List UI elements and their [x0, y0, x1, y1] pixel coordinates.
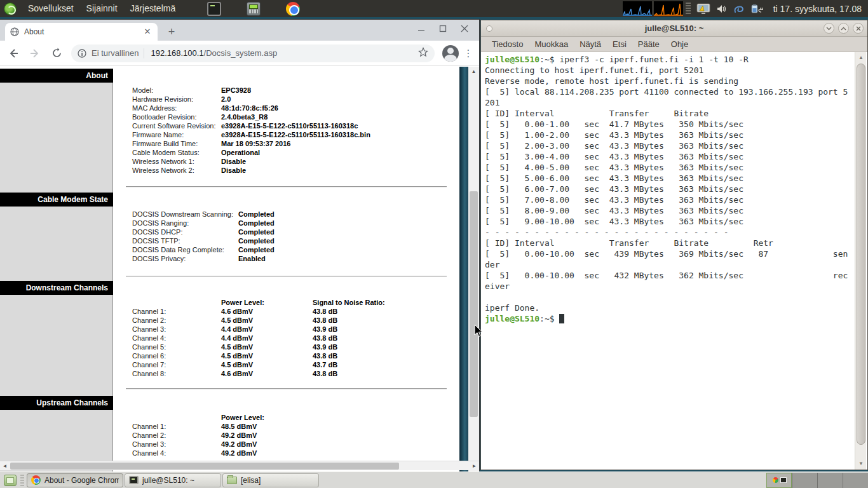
- taskbar-grip-handle[interactable]: [20, 475, 24, 486]
- scroll-right-icon[interactable]: ►: [470, 461, 479, 471]
- terminal-menu-3[interactable]: Etsi: [607, 39, 632, 49]
- terminal-menu-2[interactable]: Näytä: [574, 39, 607, 49]
- table-row: DOCSIS TFTP:Completed: [132, 236, 330, 245]
- task-button-0[interactable]: About - Google Chrome: [27, 473, 123, 487]
- terminal-scrollbar[interactable]: ▲ ▼: [855, 52, 866, 470]
- terminal-scroll-up-icon[interactable]: ▲: [855, 53, 867, 62]
- security-label[interactable]: Ei turvallinen: [92, 48, 139, 58]
- bluetooth-swirl-icon[interactable]: [733, 4, 745, 14]
- new-tab-button[interactable]: +: [164, 25, 179, 40]
- calculator-launcher-icon[interactable]: [247, 2, 261, 16]
- task-button-label: [elisa]: [241, 476, 261, 485]
- terminal-screen[interactable]: julle@SL510:~$ iperf3 -c iperf.funet.fi …: [481, 52, 867, 470]
- row-value: 43.8 dB: [313, 307, 404, 316]
- battery-plug-icon[interactable]: [751, 4, 765, 14]
- forward-icon[interactable]: [27, 45, 43, 62]
- table-row: Wireless Network 2:Disable: [132, 166, 313, 175]
- row-label: Channel 4:: [132, 334, 221, 342]
- profile-avatar[interactable]: [442, 45, 459, 62]
- terminal-titlebar[interactable]: julle@SL510: ~: [481, 20, 867, 37]
- reload-icon[interactable]: [48, 45, 65, 62]
- section-divider: [126, 388, 447, 390]
- modem-sidebar: AboutCable Modem StateDownstream Channel…: [0, 69, 113, 480]
- browser-menu-icon[interactable]: ⋮: [461, 45, 475, 62]
- workspace-4[interactable]: [843, 473, 868, 488]
- panel-grip-handle[interactable]: [686, 3, 691, 15]
- table-row: Hardware Revision:2.0: [132, 95, 313, 104]
- table-row: Firmware Name:e3928A-E15-5-E122-c5110r55…: [132, 130, 313, 139]
- column-header: Power Level:: [221, 298, 313, 307]
- volume-icon[interactable]: [717, 4, 727, 14]
- workspace-3[interactable]: [817, 473, 843, 488]
- display-warning-icon[interactable]: [696, 3, 710, 15]
- page-vertical-scrollbar[interactable]: ▲ ▼: [468, 67, 479, 480]
- workspace-chrome-mini-icon: [773, 477, 778, 483]
- terminal-output: julle@SL510:~$ iperf3 -c iperf.funet.fi …: [485, 54, 851, 470]
- chrome-launcher-icon[interactable]: [286, 2, 300, 16]
- back-icon[interactable]: [5, 45, 22, 62]
- table-row: Channel 5:4.5 dBmV43.9 dB: [132, 342, 404, 351]
- task-button-label: About - Google Chrome: [44, 476, 119, 485]
- terminal-scroll-down-icon[interactable]: ▼: [855, 459, 867, 468]
- close-button[interactable]: [454, 20, 475, 37]
- maximize-button[interactable]: [432, 20, 454, 37]
- row-label: Cable Modem Status:: [132, 148, 221, 157]
- table-row: Channel 3:4.4 dBmV43.9 dB: [132, 325, 404, 334]
- minimize-button[interactable]: [410, 20, 432, 37]
- terminal-menu-4[interactable]: Pääte: [632, 39, 665, 49]
- panel-menu-1[interactable]: Sijainnit: [80, 0, 124, 17]
- panel-clock[interactable]: ti 17. syyskuuta, 17.08: [773, 4, 862, 14]
- scroll-up-icon[interactable]: ▲: [468, 67, 479, 76]
- table-row: Current Software Revision:e3928A-E15-5-E…: [132, 121, 313, 130]
- address-bar[interactable]: Ei turvallinen 192.168.100.1/Docsis_syst…: [71, 44, 435, 62]
- tab-close-icon[interactable]: ✕: [142, 27, 153, 37]
- bookmark-star-icon[interactable]: [418, 47, 428, 59]
- row-value: 4.5 dBmV: [221, 342, 313, 351]
- terminal-scroll-thumb[interactable]: [857, 64, 865, 445]
- section-rows: Channel 1:4.6 dBmV43.8 dBChannel 2:4.5 d…: [132, 307, 404, 378]
- applications-menu-icon[interactable]: [4, 3, 17, 15]
- task-button-1[interactable]: julle@SL510: ~: [125, 473, 221, 487]
- cpu-monitor-applet-icon[interactable]: [654, 1, 683, 16]
- column-headers: Power Level:: [221, 413, 313, 422]
- table-row: Channel 2:4.5 dBmV43.8 dB: [132, 316, 404, 325]
- terminal-minimize-icon[interactable]: [824, 23, 834, 34]
- network-monitor-applet-icon[interactable]: [623, 1, 652, 16]
- terminal-menu-1[interactable]: Muokkaa: [529, 39, 574, 49]
- vertical-scroll-thumb[interactable]: [470, 191, 478, 417]
- terminal-maximize-icon[interactable]: [838, 23, 849, 34]
- terminal-menu-0[interactable]: Tiedosto: [486, 39, 529, 49]
- workspace-2[interactable]: [792, 473, 817, 488]
- scroll-left-icon[interactable]: ◄: [0, 461, 10, 471]
- row-label: Channel 8:: [132, 369, 221, 378]
- url-path: /Docsis_system.asp: [204, 48, 278, 58]
- table-row: DOCSIS Privacy:Enabled: [132, 254, 330, 263]
- row-label: DOCSIS DHCP:: [132, 227, 238, 236]
- table-row: Channel 4:49.2 dBmV: [132, 449, 313, 458]
- terminal-close-icon[interactable]: [853, 23, 864, 34]
- table-row: MAC Address:48:1d:70:8c:f5:26: [132, 104, 313, 112]
- show-desktop-button[interactable]: [4, 475, 17, 486]
- terminal-menu-5[interactable]: Ohje: [665, 39, 694, 49]
- row-label: Channel 7:: [132, 360, 221, 369]
- row-value: 49.2 dBmV: [221, 449, 313, 458]
- workspace-1[interactable]: [766, 473, 792, 488]
- terminal-cursor: [559, 314, 564, 323]
- row-label: DOCSIS TFTP:: [132, 236, 238, 245]
- row-value: 4.4 dBmV: [221, 325, 313, 334]
- task-button-2[interactable]: [elisa]: [222, 473, 319, 487]
- term-task-icon: [129, 476, 139, 484]
- horizontal-scroll-thumb[interactable]: [10, 463, 399, 470]
- page-info-icon[interactable]: [78, 49, 86, 58]
- row-value: 43.8 dB: [313, 351, 404, 360]
- page-horizontal-scrollbar[interactable]: ◄ ►: [0, 461, 479, 470]
- row-value: 2.0: [221, 95, 313, 104]
- panel-menu-2[interactable]: Järjestelmä: [124, 0, 182, 17]
- row-value: 2.4.0beta3_R8: [221, 112, 313, 121]
- row-label: DOCSIS Privacy:: [132, 254, 238, 263]
- terminal-launcher-icon[interactable]: [207, 2, 221, 16]
- row-label: Channel 6:: [132, 351, 221, 360]
- folder-task-icon: [227, 477, 237, 484]
- browser-tab[interactable]: About ✕: [5, 23, 158, 41]
- panel-menu-0[interactable]: Sovellukset: [22, 0, 80, 17]
